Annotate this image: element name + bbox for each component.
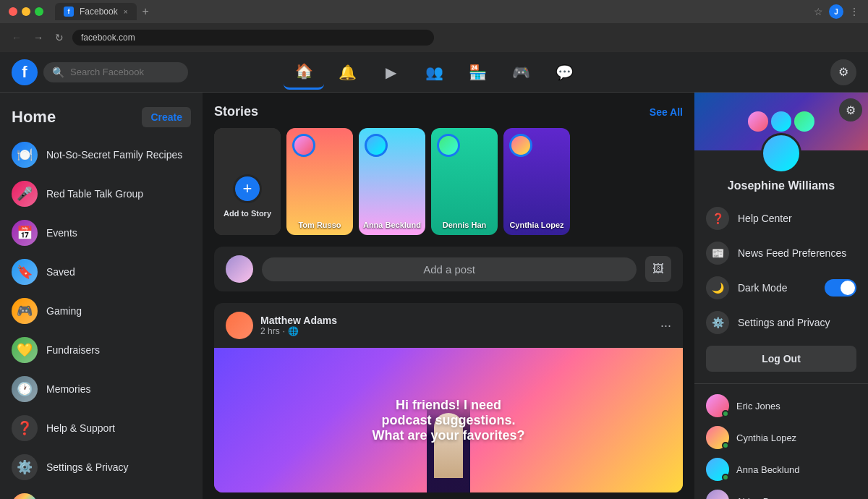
main-content: Home Create 🍽️ Not-So-Secret Family Reci… bbox=[0, 93, 868, 499]
menu-label-news-feed: News Feed Preferences bbox=[738, 247, 846, 259]
post-globe-icon: 🌐 bbox=[288, 326, 299, 336]
reload-button[interactable]: ↻ bbox=[52, 30, 67, 45]
settings-privacy-icon: ⚙️ bbox=[706, 311, 729, 334]
contacts-divider bbox=[694, 383, 868, 384]
story-card-dennis-han[interactable]: Dennis Han bbox=[431, 128, 498, 235]
forward-button[interactable]: → bbox=[30, 30, 46, 45]
post-image-text: Hi friends! I need podcast suggestions. … bbox=[354, 383, 542, 458]
story-name-1: Tom Russo bbox=[289, 221, 350, 229]
facebook-logo[interactable]: f bbox=[12, 59, 38, 85]
sidebar-item-saved[interactable]: 🔖 Saved bbox=[6, 253, 197, 291]
sidebar-item-red-table[interactable]: 🎤 Red Table Talk Group bbox=[6, 175, 197, 213]
add-post-input[interactable]: Add a post bbox=[262, 257, 637, 281]
add-photo-button[interactable]: 🖼 bbox=[645, 256, 671, 282]
contact-aiden-brown[interactable]: Aiden Brown bbox=[694, 485, 868, 499]
sidebar-item-gaming[interactable]: 🎮 Gaming bbox=[6, 292, 197, 330]
sidebar-item-help[interactable]: ❓ Help & Support bbox=[6, 409, 197, 447]
help-center-icon: ❓ bbox=[706, 207, 729, 230]
post-author-info: Matthew Adams 2 hrs · 🌐 bbox=[260, 315, 653, 336]
story-card-anna-becklund[interactable]: Anna Becklund bbox=[359, 128, 425, 235]
post-composer: Add a post 🖼 bbox=[214, 247, 683, 291]
post-more-button[interactable]: ··· bbox=[660, 318, 671, 333]
contact-eric-jones[interactable]: Eric Jones bbox=[694, 390, 868, 422]
nav-notifications[interactable]: 🔔 bbox=[327, 55, 367, 90]
maximize-window-button[interactable] bbox=[35, 7, 43, 16]
sidebar-label-help: Help & Support bbox=[46, 422, 115, 434]
tab-close-button[interactable]: × bbox=[124, 8, 128, 16]
add-story-circle: + bbox=[233, 174, 262, 203]
sidebar-item-see-more[interactable]: 🌐 See More ▾ bbox=[6, 487, 197, 499]
profile-settings-button[interactable]: ⚙ bbox=[839, 98, 862, 121]
contact-avatar-aiden bbox=[706, 490, 729, 499]
stories-title: Stories bbox=[214, 104, 258, 119]
nav-home[interactable]: 🏠 bbox=[284, 55, 324, 90]
online-dot bbox=[722, 410, 729, 417]
traffic-lights bbox=[9, 7, 43, 16]
browser-actions: ☆ J ⋮ bbox=[814, 4, 859, 19]
sidebar-item-fundraisers[interactable]: 💛 Fundraisers bbox=[6, 331, 197, 369]
see-all-button[interactable]: See All bbox=[650, 106, 683, 118]
post-time: 2 hrs bbox=[260, 326, 280, 336]
story-card-tom-russo[interactable]: Tom Russo bbox=[286, 128, 353, 235]
story-name-3: Dennis Han bbox=[434, 221, 495, 229]
search-input[interactable] bbox=[70, 67, 171, 77]
sidebar: Home Create 🍽️ Not-So-Secret Family Reci… bbox=[0, 93, 203, 499]
contact-avatar-eric bbox=[706, 394, 729, 417]
nav-center: 🏠 🔔 ▶ 👥 🏪 🎮 💬 bbox=[284, 55, 584, 90]
nav-messenger[interactable]: 💬 bbox=[544, 55, 584, 90]
saved-icon: 🔖 bbox=[12, 259, 38, 285]
add-story-card[interactable]: + Add to Story bbox=[214, 128, 281, 235]
browser-menu-icon[interactable]: ⋮ bbox=[849, 6, 859, 17]
search-icon: 🔍 bbox=[52, 67, 64, 78]
profile-avatar-container bbox=[694, 133, 868, 174]
create-button[interactable]: Create bbox=[142, 107, 191, 127]
address-bar[interactable]: facebook.com bbox=[72, 30, 434, 46]
contact-cynthia-lopez[interactable]: Cynthia Lopez bbox=[694, 422, 868, 453]
post-meta: 2 hrs · 🌐 bbox=[260, 326, 653, 336]
menu-item-settings-privacy[interactable]: ⚙️ Settings and Privacy bbox=[694, 305, 868, 340]
composer-avatar bbox=[226, 255, 253, 283]
sidebar-item-memories[interactable]: 🕐 Memories bbox=[6, 370, 197, 408]
search-bar[interactable]: 🔍 bbox=[43, 62, 188, 82]
nav-watch[interactable]: ▶ bbox=[370, 55, 411, 90]
toggle-thumb bbox=[841, 281, 855, 295]
browser-tab[interactable]: f Facebook × bbox=[55, 3, 137, 20]
sidebar-item-events[interactable]: 📅 Events bbox=[6, 214, 197, 252]
bookmark-icon[interactable]: ☆ bbox=[814, 6, 823, 17]
right-panel: ⚙ Josephine Williams ❓ Help Center 📰 New… bbox=[694, 93, 868, 499]
nav-gaming[interactable]: 🎮 bbox=[501, 55, 541, 90]
menu-label-help-center: Help Center bbox=[738, 213, 792, 224]
post-dot: · bbox=[283, 326, 285, 336]
story-card-cynthia-lopez[interactable]: Cynthia Lopez bbox=[503, 128, 570, 235]
menu-item-help-center[interactable]: ❓ Help Center bbox=[694, 201, 868, 236]
sidebar-label-fundraisers: Fundraisers bbox=[46, 344, 100, 356]
browser-user-avatar[interactable]: J bbox=[829, 4, 843, 19]
post-author-avatar bbox=[226, 312, 253, 339]
menu-label-dark-mode: Dark Mode bbox=[738, 282, 787, 294]
see-more-left: 🌐 See More bbox=[12, 493, 90, 499]
logout-button[interactable]: Log Out bbox=[706, 346, 856, 372]
sidebar-item-family-recipes[interactable]: 🍽️ Not-So-Secret Family Recipes bbox=[6, 136, 197, 174]
nav-groups[interactable]: 👥 bbox=[414, 55, 454, 90]
settings-icon: ⚙️ bbox=[12, 454, 38, 480]
contact-anna-becklund[interactable]: Anna Becklund bbox=[694, 453, 868, 485]
dark-mode-toggle[interactable] bbox=[825, 279, 856, 297]
new-tab-button[interactable]: + bbox=[142, 5, 149, 18]
sidebar-label-saved: Saved bbox=[46, 266, 75, 278]
contact-name-cynthia: Cynthia Lopez bbox=[736, 432, 796, 443]
settings-button[interactable]: ⚙ bbox=[830, 59, 856, 85]
menu-item-news-feed[interactable]: 📰 News Feed Preferences bbox=[694, 236, 868, 270]
sidebar-label-family-recipes: Not-So-Secret Family Recipes bbox=[46, 149, 182, 161]
sidebar-item-settings[interactable]: ⚙️ Settings & Privacy bbox=[6, 448, 197, 486]
menu-item-dark-mode[interactable]: 🌙 Dark Mode bbox=[694, 270, 868, 305]
close-window-button[interactable] bbox=[9, 7, 17, 16]
nav-marketplace[interactable]: 🏪 bbox=[457, 55, 498, 90]
back-button[interactable]: ← bbox=[9, 30, 25, 45]
minimize-window-button[interactable] bbox=[22, 7, 30, 16]
story-avatar-2 bbox=[365, 134, 388, 157]
profile-section: ⚙ Josephine Williams bbox=[694, 93, 868, 195]
dark-mode-left: 🌙 Dark Mode bbox=[706, 276, 787, 299]
fundraisers-icon: 💛 bbox=[12, 337, 38, 363]
tab-title: Facebook bbox=[80, 7, 118, 17]
post-author-name: Matthew Adams bbox=[260, 315, 653, 326]
